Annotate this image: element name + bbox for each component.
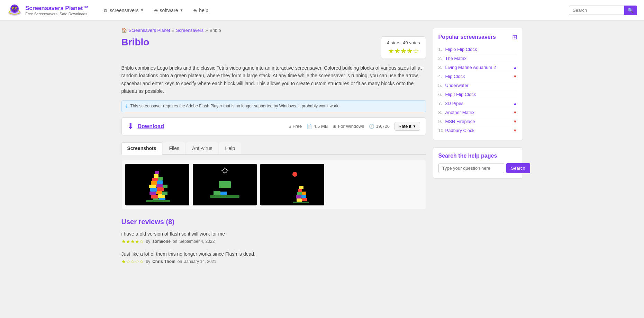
logo[interactable]: SS Screensavers Planet™ Free Screensaver… [7, 2, 89, 18]
review-stars-1: ★★★★☆ [121, 239, 144, 244]
popular-num-3: 3. [438, 65, 445, 70]
nav-software-label: software [160, 8, 178, 13]
logo-icon: SS [7, 2, 22, 18]
popular-item-3: 3. Living Marine Aquarium 2 ▲ [438, 63, 517, 72]
popular-link-10[interactable]: Padbury Clock [445, 128, 513, 133]
rating-text: 4 stars, 49 votes [387, 40, 420, 45]
svg-rect-15 [149, 185, 156, 188]
page-title: Briblo [121, 36, 426, 48]
svg-rect-21 [158, 177, 163, 180]
tab-help[interactable]: Help [219, 142, 241, 154]
popular-section-header: Popular screensavers ⊞ [438, 33, 517, 41]
popular-link-5[interactable]: Underwater [445, 83, 517, 88]
popular-link-1[interactable]: Fliplo Flip Clock [445, 47, 517, 52]
download-icon: ⬇ [127, 122, 134, 131]
svg-rect-40 [301, 195, 306, 198]
header-search: 🔍 [569, 6, 637, 15]
svg-rect-39 [296, 195, 301, 198]
svg-rect-13 [150, 188, 157, 192]
nav-software[interactable]: ⊕ software ▼ [150, 6, 188, 15]
dollar-icon: $ [289, 124, 291, 129]
review-meta-1: ★★★★☆ by someone on September 4, 2022 [121, 239, 426, 244]
count-value: 19,726 [376, 124, 390, 129]
svg-rect-24 [146, 200, 170, 202]
rate-button[interactable]: Rate it ▼ [394, 122, 420, 131]
popular-item-1: 1. Fliplo Flip Clock [438, 45, 517, 54]
tab-antivirus[interactable]: Anti-virus [186, 142, 218, 154]
svg-point-36 [292, 172, 297, 177]
popular-section: Popular screensavers ⊞ 1. Fliplo Flip Cl… [433, 28, 523, 140]
header-search-button[interactable]: 🔍 [624, 6, 637, 15]
nav-help-label: help [199, 8, 208, 13]
trend-down-icon-10: ▼ [513, 128, 517, 133]
breadcrumb-screensavers-link[interactable]: Screensavers [176, 28, 203, 33]
main-nav: 🖥 screensavers ▼ ⊕ software ▼ ⊕ help [99, 6, 212, 15]
header-search-input[interactable] [569, 6, 624, 15]
warning-box: ℹ This screensaver requires the Adobe Fl… [121, 100, 426, 112]
info-icon: ℹ [126, 104, 128, 109]
popular-item-5: 5. Underwater [438, 81, 517, 90]
svg-rect-43 [298, 189, 302, 192]
help-search-section: Search the help pages Search [433, 147, 523, 179]
screenshot-3[interactable] [260, 164, 324, 205]
popular-link-7[interactable]: 3D Pipes [445, 101, 513, 106]
rate-label: Rate it [398, 124, 411, 129]
download-link[interactable]: Download [138, 123, 164, 130]
review-date-1: September 4, 2022 [179, 239, 215, 244]
help-nav-icon: ⊕ [193, 8, 197, 13]
nav-screensavers[interactable]: 🖥 screensavers ▼ [99, 6, 148, 15]
review-meta-2: ★☆☆☆☆ by Chris Thom on January 14, 2021 [121, 259, 426, 264]
svg-rect-31 [219, 181, 231, 188]
svg-rect-16 [156, 184, 163, 187]
popular-link-6[interactable]: FlipIt Flip Clock [445, 92, 517, 97]
breadcrumb-current: Briblo [209, 28, 221, 33]
review-author-1: someone [152, 239, 171, 244]
breadcrumb-home-link[interactable]: Screensavers Planet [129, 28, 170, 33]
clock-icon: 🕐 [369, 124, 374, 129]
trend-down-icon-8: ▼ [513, 110, 517, 115]
trend-down-icon-4: ▼ [513, 74, 517, 79]
breadcrumb: 🏠 Screensavers Planet » Screensavers » B… [121, 28, 426, 33]
help-search-button[interactable]: Search [506, 163, 530, 173]
svg-rect-20 [152, 178, 158, 181]
chevron-down-icon-2: ▼ [180, 8, 183, 12]
svg-rect-12 [162, 192, 167, 195]
svg-rect-8 [151, 195, 158, 198]
popular-num-10: 10. [438, 128, 445, 133]
trend-down-icon-9: ▼ [513, 119, 517, 124]
popular-link-9[interactable]: MSN Fireplace [445, 119, 513, 124]
trend-up-icon-7: ▲ [513, 101, 517, 106]
nav-screensavers-label: screensavers [110, 8, 138, 13]
svg-rect-19 [157, 180, 163, 184]
svg-rect-35 [260, 164, 324, 205]
popular-item-10: 10. Padbury Clock ▼ [438, 126, 517, 135]
popular-link-2[interactable]: The Matrix [445, 56, 517, 61]
help-search-input[interactable] [438, 163, 504, 173]
popular-link-8[interactable]: Another Matrix [445, 110, 513, 115]
popular-num-6: 6. [438, 92, 445, 97]
download-platform: ⊞ For Windows [333, 124, 364, 129]
svg-text:SS: SS [12, 7, 17, 11]
reviews-title: User reviews (8) [121, 218, 426, 226]
svg-rect-32 [210, 195, 239, 198]
size-value: 4.5 MB [314, 124, 328, 129]
nav-help[interactable]: ⊕ help [189, 6, 212, 15]
popular-link-3[interactable]: Living Marine Aquarium 2 [445, 65, 513, 70]
popular-num-4: 4. [438, 74, 445, 79]
review-date-2: January 14, 2021 [184, 259, 216, 264]
software-icon: ⊕ [154, 8, 158, 13]
tab-screenshots[interactable]: Screenshots [121, 142, 162, 155]
warning-text: This screensaver requires the Adobe Flas… [130, 104, 340, 108]
logo-text-area: Screensavers Planet™ Free Screensavers. … [25, 5, 89, 16]
download-price: $ Free [289, 124, 302, 129]
popular-link-4[interactable]: Flip Clock [445, 74, 513, 79]
tab-files[interactable]: Files [163, 142, 185, 154]
windows-grid-icon: ⊞ [512, 33, 517, 41]
screenshot-1[interactable] [125, 164, 189, 205]
screenshot-2[interactable] [193, 164, 257, 205]
review-by-2: by [146, 259, 151, 264]
popular-list: 1. Fliplo Flip Clock 2. The Matrix 3. Li… [438, 45, 517, 135]
popular-num-1: 1. [438, 47, 445, 52]
download-meta: $ Free 📄 4.5 MB ⊞ For Windows 🕐 19,726 R… [289, 122, 420, 131]
svg-rect-44 [299, 186, 303, 189]
